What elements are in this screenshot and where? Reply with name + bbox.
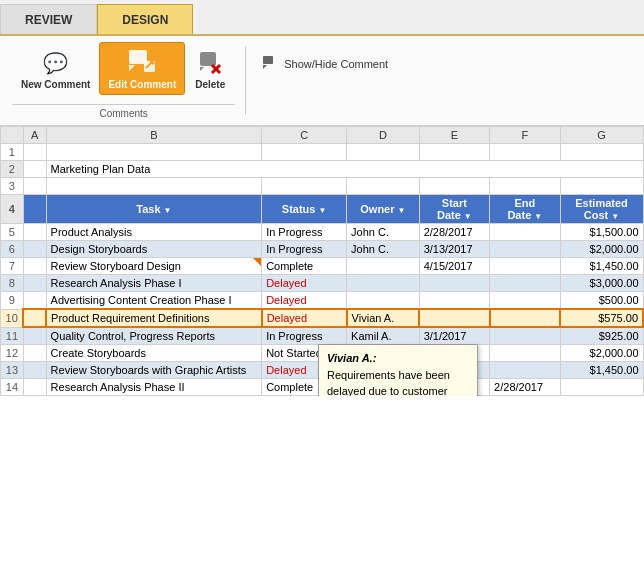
start-filter-icon[interactable]: ▼ — [464, 212, 472, 221]
col-header-f: F — [490, 127, 560, 144]
task-cell: Advertising Content Creation Phase I — [46, 292, 262, 310]
svg-marker-6 — [200, 67, 204, 71]
col-header-rownum — [1, 127, 24, 144]
end-cell — [490, 275, 560, 292]
svg-rect-9 — [263, 56, 273, 64]
table-row: 9 Advertising Content Creation Phase I D… — [1, 292, 644, 310]
cost-cell: $2,000.00 — [560, 241, 643, 258]
cost-cell: $925.00 — [560, 327, 643, 345]
edit-comment-icon — [126, 47, 158, 79]
cost-cell: $1,450.00 — [560, 362, 643, 379]
end-cell: 2/28/2017 — [490, 379, 560, 396]
cost-cell: $575.00 — [560, 309, 643, 327]
col-startdate: StartDate ▼ — [419, 195, 489, 224]
col-header-b: B — [46, 127, 262, 144]
owner-cell — [347, 258, 420, 275]
tab-design[interactable]: DESIGN — [97, 4, 193, 34]
owner-cell: John C. — [347, 224, 420, 241]
delete-button[interactable]: Delete — [185, 42, 235, 95]
show-hide-area: Show/Hide Comment — [256, 42, 394, 76]
start-cell — [419, 292, 489, 310]
cost-cell: $1,500.00 — [560, 224, 643, 241]
col-header-a: A — [23, 127, 46, 144]
rownum-12: 12 — [1, 345, 24, 362]
end-cell — [490, 345, 560, 362]
col-header-row: A B C D E F G — [1, 127, 644, 144]
task-cell: Create Storyboards — [46, 345, 262, 362]
table-row: 7 Review Storyboard Design Complete 4/15… — [1, 258, 644, 275]
task-filter-icon[interactable]: ▼ — [164, 206, 172, 215]
start-cell: 3/13/2017 — [419, 241, 489, 258]
rownum-13: 13 — [1, 362, 24, 379]
tab-review[interactable]: REVIEW — [0, 4, 97, 34]
row-3: 3 — [1, 178, 644, 195]
col-enddate: EndDate ▼ — [490, 195, 560, 224]
end-filter-icon[interactable]: ▼ — [534, 212, 542, 221]
col-status: Status ▼ — [262, 195, 347, 224]
comment-author: Vivian A.: — [327, 351, 469, 366]
status-cell: In Progress — [262, 241, 347, 258]
cost-cell — [560, 379, 643, 396]
rownum-6: 6 — [1, 241, 24, 258]
ribbon: 💬 New Comment Edit Comment — [0, 36, 644, 126]
col-task: Task ▼ — [46, 195, 262, 224]
end-cell — [490, 309, 560, 327]
comments-group-label: Comments — [12, 104, 235, 119]
end-cell — [490, 224, 560, 241]
table-row: 6 Design Storyboards In Progress John C.… — [1, 241, 644, 258]
new-comment-label: New Comment — [21, 79, 90, 90]
ribbon-divider — [245, 46, 246, 115]
comment-text: Requirements have been delayed due to cu… — [327, 368, 469, 396]
title-row: 2 Marketing Plan Data — [1, 161, 644, 178]
rownum-3: 3 — [1, 178, 24, 195]
comment-popup: Vivian A.: Requirements have been delaye… — [318, 344, 478, 396]
task-cell: Product Analysis — [46, 224, 262, 241]
task-cell: Review Storyboards with Graphic Artists — [46, 362, 262, 379]
table-row: 11 Quality Control, Progress Reports In … — [1, 327, 644, 345]
owner-filter-icon[interactable]: ▼ — [398, 206, 406, 215]
table-row: 8 Research Analysis Phase I Delayed $3,0… — [1, 275, 644, 292]
status-cell: Delayed — [262, 309, 347, 327]
spreadsheet-title: Marketing Plan Data — [46, 161, 643, 178]
start-cell — [419, 309, 489, 327]
owner-cell — [347, 275, 420, 292]
status-filter-icon[interactable]: ▼ — [319, 206, 327, 215]
col-header-g: G — [560, 127, 643, 144]
edit-comment-button[interactable]: Edit Comment — [99, 42, 185, 95]
show-hide-label: Show/Hide Comment — [284, 58, 388, 70]
spreadsheet-container: A B C D E F G 1 2 — [0, 126, 644, 396]
rownum-7: 7 — [1, 258, 24, 275]
col-header-d: D — [347, 127, 420, 144]
table-header-row: 4 Task ▼ Status ▼ Owner ▼ StartDate ▼ En… — [1, 195, 644, 224]
show-hide-comment-button[interactable]: Show/Hide Comment — [256, 52, 394, 76]
owner-cell: Kamil A. — [347, 327, 420, 345]
cost-cell: $3,000.00 — [560, 275, 643, 292]
end-cell — [490, 327, 560, 345]
show-hide-icon — [262, 55, 278, 73]
svg-marker-10 — [263, 65, 267, 69]
table-row: 5 Product Analysis In Progress John C. 2… — [1, 224, 644, 241]
rownum-14: 14 — [1, 379, 24, 396]
start-cell: 2/28/2017 — [419, 224, 489, 241]
col-owner: Owner ▼ — [347, 195, 420, 224]
status-cell: Delayed — [262, 275, 347, 292]
cost-filter-icon[interactable]: ▼ — [611, 212, 619, 221]
start-cell: 3/1/2017 — [419, 327, 489, 345]
delete-icon — [194, 47, 226, 79]
start-cell — [419, 275, 489, 292]
task-cell: Design Storyboards — [46, 241, 262, 258]
new-comment-button[interactable]: 💬 New Comment — [12, 42, 99, 95]
rownum-9: 9 — [1, 292, 24, 310]
rownum-2: 2 — [1, 161, 24, 178]
end-cell — [490, 241, 560, 258]
task-cell: Product Requirement Definitions — [46, 309, 262, 327]
new-comment-icon: 💬 — [40, 47, 72, 79]
cost-cell: $2,000.00 — [560, 345, 643, 362]
status-cell: Complete — [262, 258, 347, 275]
row-1: 1 — [1, 144, 644, 161]
status-cell: Delayed — [262, 292, 347, 310]
tabs-bar: REVIEW DESIGN — [0, 0, 644, 36]
delete-label: Delete — [195, 79, 225, 90]
rownum-4: 4 — [1, 195, 24, 224]
cost-cell: $500.00 — [560, 292, 643, 310]
